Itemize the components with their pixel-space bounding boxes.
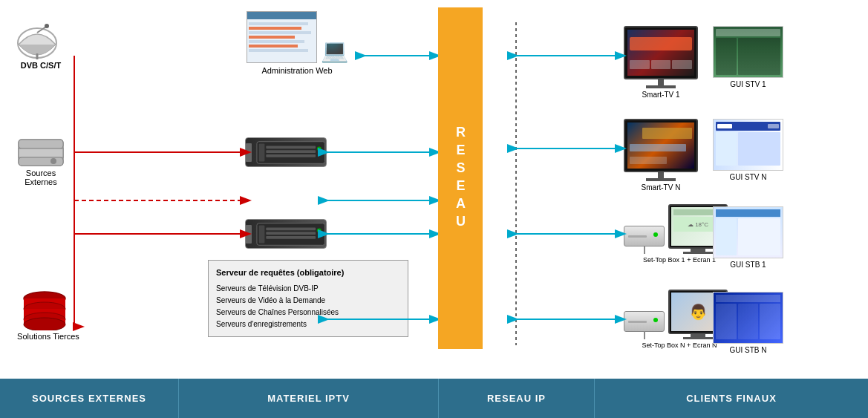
footer-sources-label: SOURCES EXTERNES <box>32 393 146 404</box>
svg-point-26 <box>50 158 56 164</box>
gui-stb-1-thumb <box>713 206 783 258</box>
svg-point-45 <box>317 228 322 232</box>
footer-clients-label: CLIENTS FINAUX <box>686 393 777 404</box>
hdd-icon <box>15 134 67 167</box>
server-1-icon <box>255 140 326 166</box>
gui-stb-1-group: GUI STB 1 <box>713 206 783 269</box>
server-info-title: Serveur de requêtes (obligatoire) <box>216 267 400 280</box>
dvb-label: DVB C/S/T <box>7 61 74 70</box>
svg-point-19 <box>45 24 49 28</box>
stb-n-device <box>624 311 665 339</box>
smart-tv-n-group: Smart-TV N <box>624 119 698 192</box>
footer-clients: CLIENTS FINAUX <box>594 379 868 418</box>
solutions-tierces-component: Solutions Tierces <box>7 290 82 341</box>
gui-stb-n-label: GUI STB N <box>713 346 783 354</box>
database-icon <box>19 290 71 330</box>
gui-stv-1-thumb <box>713 26 783 78</box>
sources-externes-component: SourcesExternes <box>7 134 74 186</box>
server-2 <box>245 219 327 249</box>
smart-tv-1-label: Smart-TV 1 <box>624 91 698 99</box>
gui-stb-n-thumb <box>713 292 783 344</box>
footer-reseau: RESEAU IP <box>438 379 594 418</box>
reseau-bar: RESEAU <box>438 7 483 349</box>
svg-rect-36 <box>266 146 316 148</box>
svg-rect-44 <box>266 235 316 238</box>
smart-tv-1-group: Smart-TV 1 <box>624 26 698 99</box>
server-info-line-3: Serveurs de Chaînes Personnalisées <box>216 307 400 319</box>
stb-1-device <box>624 226 665 254</box>
footer-sources: SOURCES EXTERNES <box>0 379 178 418</box>
server-2-icon <box>255 221 326 247</box>
svg-rect-37 <box>266 150 316 153</box>
svg-rect-41 <box>258 225 264 243</box>
svg-point-39 <box>317 146 322 151</box>
gui-stv-n-group: GUI STV N <box>713 119 783 181</box>
server-info-line-4: Serveurs d'enregistrements <box>216 319 400 330</box>
svg-rect-35 <box>258 143 264 161</box>
sources-externes-label: SourcesExternes <box>7 169 74 186</box>
gui-stv-n-thumb <box>713 119 783 171</box>
footer-reseau-label: RESEAU IP <box>487 393 546 404</box>
svg-rect-23 <box>19 140 63 148</box>
gui-stb-1-label: GUI STB 1 <box>713 261 783 269</box>
smart-tv-n-label: Smart-TV N <box>624 183 698 192</box>
server-info-line-2: Serveurs de Vidéo à la Demande <box>216 295 400 307</box>
svg-rect-25 <box>19 157 63 166</box>
footer-materiel: MATERIEL IPTV <box>178 379 438 418</box>
admin-web-component: 💻 Administration Web <box>230 11 364 75</box>
satellite-dish-icon <box>15 22 67 59</box>
gui-stv-n-label: GUI STV N <box>713 173 783 181</box>
admin-screenshot <box>247 11 317 63</box>
svg-rect-43 <box>266 232 316 235</box>
gui-stv-1-group: GUI STV 1 <box>713 26 783 88</box>
smart-tv-1-body <box>624 26 698 79</box>
smart-tv-n-body <box>624 119 698 172</box>
gui-stb-n-group: GUI STB N <box>713 292 783 354</box>
svg-point-33 <box>24 318 65 330</box>
admin-web-label: Administration Web <box>230 66 364 75</box>
svg-rect-24 <box>19 148 63 157</box>
footer: SOURCES EXTERNES MATERIEL IPTV RESEAU IP… <box>0 379 868 418</box>
reseau-label: RESEAU <box>453 125 469 232</box>
diagram: DVB C/S/T SourcesExternes Solutions Tier… <box>0 0 868 379</box>
dvb-component: DVB C/S/T <box>7 22 74 70</box>
solutions-tierces-label: Solutions Tierces <box>7 332 89 341</box>
svg-rect-38 <box>266 154 316 157</box>
server-info-box: Serveur de requêtes (obligatoire) Serveu… <box>208 260 408 337</box>
footer-materiel-label: MATERIEL IPTV <box>267 393 350 404</box>
laptop-icon: 💻 <box>321 37 348 63</box>
svg-rect-42 <box>266 227 316 230</box>
server-1 <box>245 137 327 167</box>
server-info-line-1: Serveurs de Télévision DVB-IP <box>216 283 400 295</box>
gui-stv-1-label: GUI STV 1 <box>713 80 783 88</box>
